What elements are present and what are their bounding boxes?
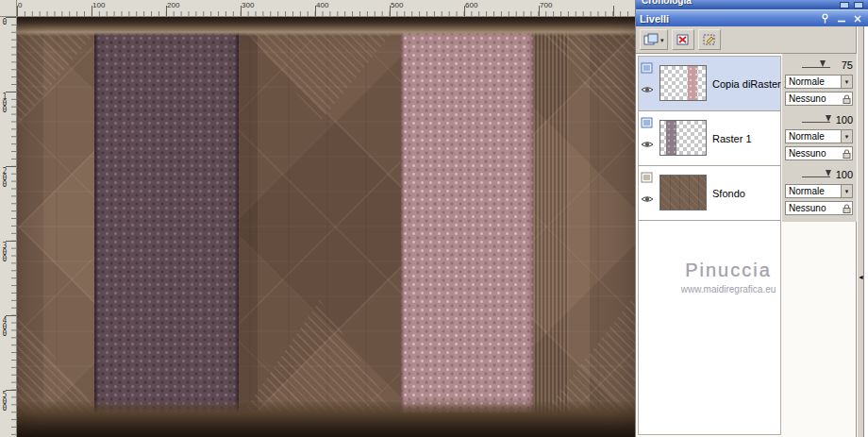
layer-thumbnail[interactable]	[659, 65, 707, 101]
blend-mode-value: Normale	[789, 186, 825, 196]
palette-title: Livelli	[640, 13, 816, 25]
rollup-icon[interactable]	[834, 12, 848, 25]
layer-thumbnail[interactable]	[659, 175, 707, 210]
vertical-ruler[interactable]: 0 100 200 300 400 500	[0, 17, 17, 437]
layer-row-copia-di-raster-1[interactable]: Copia diRaster 1	[639, 57, 780, 111]
layer-row-sfondo[interactable]: Sfondo	[639, 166, 780, 221]
ruler-label: 500	[2, 392, 8, 412]
visibility-eye-icon[interactable]	[641, 85, 658, 96]
layer-name: Sfondo	[712, 166, 745, 220]
background-palette-titlebar[interactable]: Cronologia	[636, 0, 868, 9]
canvas-lace-strip-dark	[94, 17, 239, 437]
opacity-slider[interactable]	[802, 115, 830, 125]
opacity-value[interactable]: 100	[834, 114, 853, 126]
layers-list: Copia diRaster 1 Raster 1	[638, 56, 781, 435]
ruler-label: 500	[391, 2, 403, 9]
dropdown-arrow-icon[interactable]: ▾	[660, 37, 664, 43]
canvas-stripe-column	[533, 17, 569, 437]
image-canvas[interactable]	[17, 17, 635, 437]
document-window: 0 100 200 300 400 500 600 700 0 100 200 …	[0, 0, 635, 437]
canvas-mid-column	[258, 17, 401, 437]
opacity-slider[interactable]	[802, 170, 830, 179]
layers-palette-toolbar: ▾	[636, 26, 857, 54]
opacity-slider[interactable]	[802, 60, 830, 70]
canvas-light-column	[569, 17, 590, 437]
chevron-down-icon[interactable]: ▼	[841, 185, 852, 197]
layers-palette-content: Copia diRaster 1 Raster 1	[636, 54, 857, 437]
ruler-label: 0	[2, 19, 8, 25]
visibility-eye-icon[interactable]	[641, 194, 658, 206]
edit-selection-icon	[702, 33, 717, 46]
collapse-arrow-icon[interactable]: ◄	[858, 274, 864, 280]
background-layer-type-icon	[641, 172, 658, 185]
panel-gutter	[864, 26, 868, 437]
link-set-value: Nessuno	[789, 93, 826, 104]
ruler-label: 100	[2, 93, 8, 113]
ruler-corner	[0, 0, 17, 17]
canvas-hatch-triangle	[17, 23, 104, 126]
blend-mode-value: Normale	[789, 131, 825, 142]
ruler-label: 400	[316, 2, 328, 9]
edit-selection-button[interactable]	[698, 29, 721, 50]
blend-mode-dropdown[interactable]: Normale ▼	[785, 184, 853, 198]
chevron-down-icon[interactable]: ▼	[841, 130, 852, 143]
pushpin-icon[interactable]	[840, 2, 849, 8]
canvas-hatch-triangle	[17, 310, 107, 423]
ruler-label: 600	[465, 2, 477, 9]
ruler-label: 0	[18, 2, 22, 9]
layer-controls-sfondo: 100 Normale ▼ Nessuno	[785, 165, 853, 220]
canvas-hatch-triangle	[536, 295, 635, 423]
link-set-value: Nessuno	[789, 148, 826, 159]
canvas-light-column	[43, 17, 96, 437]
close-icon[interactable]	[854, 2, 863, 8]
ruler-label: 700	[540, 2, 552, 9]
layer-controls-raster-1: 100 Normale ▼ Nessuno	[785, 110, 853, 165]
blend-mode-value: Normale	[789, 76, 825, 87]
raster-layer-type-icon	[641, 117, 658, 130]
horizontal-ruler[interactable]: 0 100 200 300 400 500 600 700	[17, 0, 635, 17]
canvas-top-band	[17, 17, 635, 36]
blend-mode-dropdown[interactable]: Normale ▼	[785, 75, 853, 89]
delete-layer-button[interactable]	[672, 29, 694, 50]
ruler-label: 200	[2, 168, 8, 188]
ruler-label: 400	[2, 317, 8, 337]
layer-name: Raster 1	[712, 111, 752, 165]
ruler-label: 200	[167, 2, 179, 9]
layer-name: Copia diRaster 1	[712, 57, 790, 110]
lock-icon	[843, 204, 851, 215]
opacity-value[interactable]: 75	[834, 59, 853, 71]
new-layer-button[interactable]: ▾	[640, 29, 668, 50]
lock-icon	[843, 94, 851, 106]
close-icon[interactable]	[850, 12, 864, 25]
ruler-label: 300	[242, 2, 254, 9]
canvas-bottom-band	[17, 399, 635, 437]
link-set-dropdown[interactable]: Nessuno	[785, 201, 853, 215]
lock-icon	[843, 149, 851, 160]
canvas-vignette	[17, 17, 635, 437]
link-set-dropdown[interactable]: Nessuno	[785, 92, 853, 106]
canvas-dark-column	[239, 17, 258, 437]
link-set-dropdown[interactable]: Nessuno	[785, 146, 853, 160]
opacity-value[interactable]: 100	[834, 169, 853, 180]
layers-palette-titlebar[interactable]: Livelli	[636, 9, 868, 26]
new-raster-layer-icon	[643, 33, 659, 46]
canvas-lace-strip-pink	[401, 17, 533, 437]
chevron-down-icon[interactable]: ▼	[841, 76, 852, 88]
canvas-hatch-triangle	[240, 300, 400, 418]
canvas-plaid-base	[17, 17, 635, 437]
delete-layer-icon	[676, 33, 691, 46]
layer-thumbnail[interactable]	[659, 120, 707, 156]
link-set-value: Nessuno	[789, 203, 826, 213]
layer-row-raster-1[interactable]: Raster 1	[639, 111, 780, 166]
blend-mode-dropdown[interactable]: Normale ▼	[785, 129, 853, 143]
ruler-label: 300	[2, 243, 8, 262]
background-palette-title: Cronologia	[642, 0, 692, 6]
raster-layer-type-icon	[641, 62, 658, 76]
palette-collapse-strip[interactable]: ◄	[857, 26, 864, 437]
visibility-eye-icon[interactable]	[641, 140, 658, 151]
palettes-dock: Cronologia Livelli ▾	[635, 0, 868, 437]
canvas-hatch-triangle	[534, 23, 635, 145]
layer-controls-copia: 75 Normale ▼ Nessuno	[785, 56, 853, 110]
pushpin-icon[interactable]	[818, 12, 832, 25]
ruler-label: 100	[92, 2, 105, 9]
